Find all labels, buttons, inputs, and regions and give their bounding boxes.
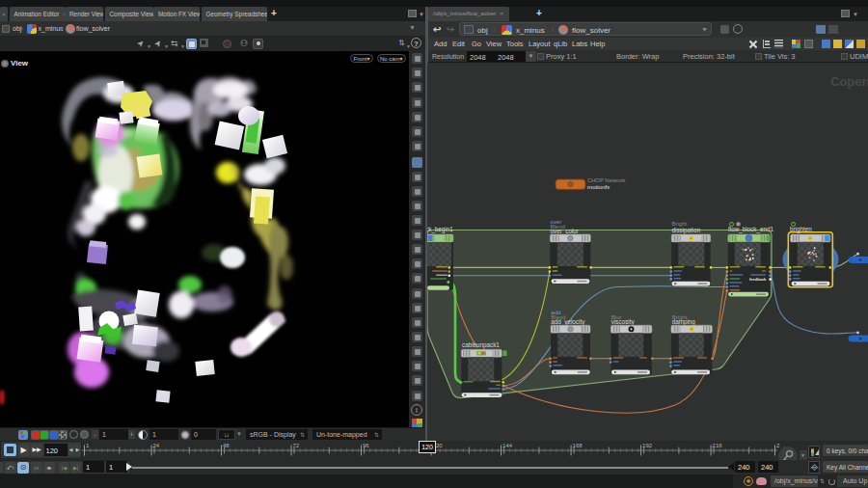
svg-text:144: 144	[502, 443, 513, 448]
svg-text:flow_block_end1: flow_block_end1	[728, 226, 773, 233]
svg-text:brighten: brighten	[790, 226, 812, 233]
svg-text:dissipation: dissipation	[672, 227, 701, 234]
svg-text:96: 96	[363, 443, 369, 448]
svg-text:over_color: over_color	[551, 228, 579, 235]
svg-text:feedback: feedback	[749, 277, 767, 282]
svg-text:168: 168	[573, 443, 583, 448]
svg-text:add_velocity: add_velocity	[551, 318, 585, 326]
svg-text:72: 72	[293, 443, 300, 448]
svg-text:24: 24	[153, 443, 160, 448]
svg-text:damping: damping	[672, 318, 696, 326]
svg-text:viscosity: viscosity	[611, 318, 636, 326]
svg-text:Copernicus: Copernicus	[830, 74, 868, 89]
svg-text:cableunpack1: cableunpack1	[462, 341, 500, 349]
svg-text:motionfx: motionfx	[587, 183, 610, 190]
svg-text:1: 1	[86, 443, 90, 448]
svg-text:ck_begin1: ck_begin1	[427, 226, 453, 233]
svg-text:216: 216	[713, 443, 723, 448]
svg-text:48: 48	[223, 443, 230, 448]
svg-text:192: 192	[642, 443, 653, 448]
